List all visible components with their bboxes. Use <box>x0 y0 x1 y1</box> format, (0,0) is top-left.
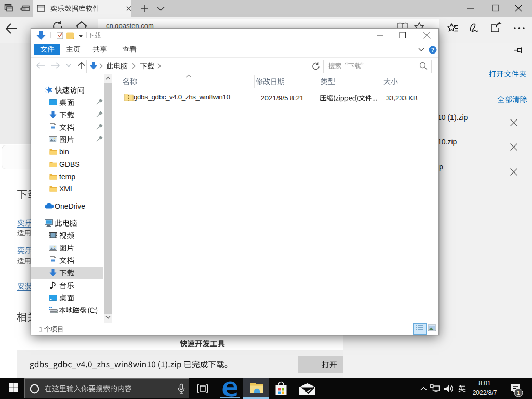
svg-text:1: 1 <box>517 390 520 396</box>
svg-text:?: ? <box>431 47 435 53</box>
